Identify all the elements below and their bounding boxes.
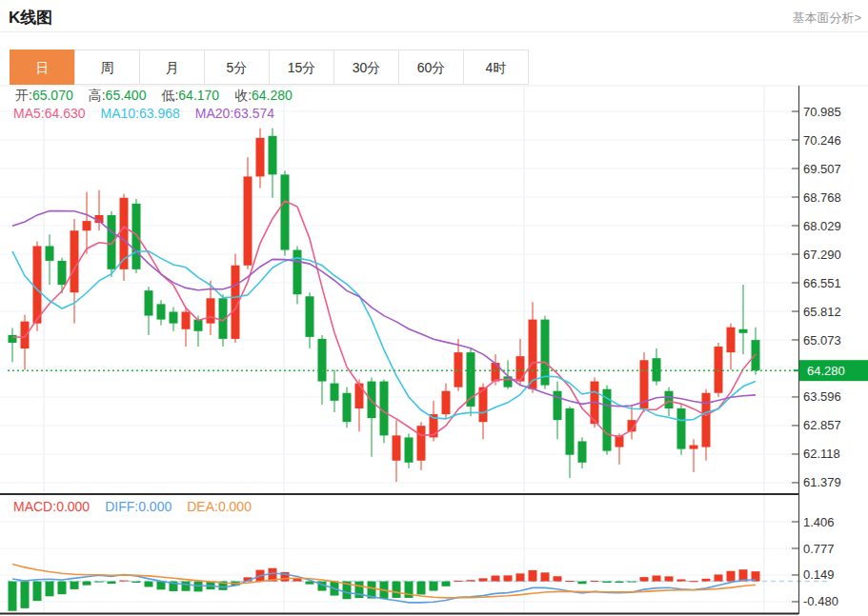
macd-info-line: MACD:0.000DIFF:0.000DEA:0.000 bbox=[13, 499, 267, 514]
svg-text:65.812: 65.812 bbox=[803, 305, 841, 319]
svg-text:-0.480: -0.480 bbox=[803, 594, 838, 608]
svg-text:69.507: 69.507 bbox=[803, 162, 841, 176]
price-axis: 70.98570.24669.50768.76868.02967.29066.5… bbox=[792, 86, 841, 614]
svg-text:1.406: 1.406 bbox=[803, 515, 835, 529]
ohlc-line-item-3: 收:64.280 bbox=[234, 88, 293, 105]
svg-text:62.118: 62.118 bbox=[803, 447, 840, 461]
ma-info-line: MA5:64.630MA10:63.968MA20:63.574 bbox=[13, 106, 290, 121]
period-tabbar: 日周月5分15分30分60分4时 bbox=[10, 50, 529, 85]
grid-lines bbox=[0, 86, 868, 613]
svg-text:64.280: 64.280 bbox=[807, 364, 845, 378]
fundamental-analysis-link[interactable]: 基本面分析> bbox=[792, 10, 861, 27]
svg-text:70.246: 70.246 bbox=[803, 133, 841, 148]
macd-line-item-0: MACD:0.000 bbox=[13, 499, 90, 514]
current-price-badge: 64.280 bbox=[794, 360, 868, 381]
svg-text:70.985: 70.985 bbox=[803, 105, 841, 119]
ohlc-line-item-2: 低:64.170 bbox=[161, 88, 219, 105]
period-tab-5[interactable]: 30分 bbox=[333, 50, 399, 85]
period-tab-7[interactable]: 4时 bbox=[463, 50, 529, 85]
page-title: K线图 bbox=[9, 7, 52, 29]
period-tab-3[interactable]: 5分 bbox=[204, 50, 270, 85]
svg-text:65.073: 65.073 bbox=[803, 333, 841, 348]
svg-text:63.596: 63.596 bbox=[803, 389, 841, 404]
ohlc-info-line: 开:65.070高:65.400低:64.170收:64.280 bbox=[15, 88, 308, 105]
period-tab-2[interactable]: 月 bbox=[139, 50, 205, 85]
macd-line-item-2: DEA:0.000 bbox=[187, 499, 252, 514]
ohlc-line-item-1: 高:65.400 bbox=[89, 88, 147, 105]
title-divider bbox=[0, 31, 868, 32]
kline-chart-canvas[interactable]: 70.98570.24669.50768.76868.02967.29066.5… bbox=[0, 84, 868, 616]
svg-text:62.857: 62.857 bbox=[803, 418, 841, 432]
candles-layer bbox=[9, 129, 760, 482]
ma-line-item-2: MA20:63.574 bbox=[195, 106, 274, 121]
period-tab-0[interactable]: 日 bbox=[10, 50, 75, 85]
svg-text:67.290: 67.290 bbox=[803, 248, 841, 262]
svg-text:0.149: 0.149 bbox=[803, 567, 835, 582]
period-tab-1[interactable]: 周 bbox=[74, 50, 140, 85]
ma-line-item-1: MA10:63.968 bbox=[101, 106, 180, 121]
macd-line-item-1: DIFF:0.000 bbox=[105, 499, 172, 514]
period-tab-4[interactable]: 15分 bbox=[269, 50, 334, 85]
ma-line-item-0: MA5:64.630 bbox=[13, 106, 86, 121]
svg-text:68.029: 68.029 bbox=[803, 219, 841, 233]
svg-text:0.777: 0.777 bbox=[803, 542, 835, 556]
svg-text:68.768: 68.768 bbox=[803, 190, 841, 205]
ohlc-line-item-0: 开:65.070 bbox=[15, 88, 73, 105]
period-tab-6[interactable]: 60分 bbox=[398, 50, 464, 85]
svg-text:66.551: 66.551 bbox=[803, 276, 841, 290]
svg-text:61.379: 61.379 bbox=[803, 475, 841, 489]
